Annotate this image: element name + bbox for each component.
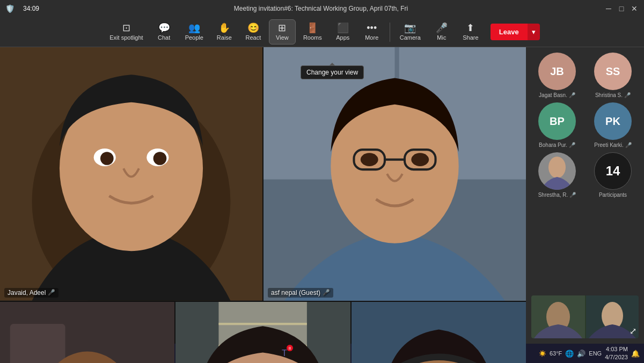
chat-icon: 💬: [158, 23, 170, 33]
view-icon: ⊞: [278, 23, 286, 33]
video-feed-abhishek: [175, 302, 350, 363]
notifications-icon[interactable]: 🔔: [631, 350, 640, 358]
video-cell-asf: asf nepal (Guest) 🎤: [264, 47, 526, 301]
teams-button[interactable]: T 8: [277, 346, 292, 361]
mic-icon-pk: 🎤: [625, 142, 632, 148]
react-icon: 😊: [247, 23, 259, 33]
avatar-bp: BP: [538, 102, 576, 140]
people-button[interactable]: 👥 People: [180, 20, 209, 44]
chat-button[interactable]: 💬 Chat: [151, 20, 178, 44]
people-icon: 👥: [188, 23, 200, 33]
view-button[interactable]: ⊞ View: [269, 19, 296, 45]
rooms-icon: 🚪: [306, 23, 318, 33]
svg-point-16: [411, 153, 429, 166]
raise-button[interactable]: ✋ Raise: [211, 20, 238, 44]
video-bottom-row: Santosh Ko... 🎤: [0, 302, 526, 363]
svg-rect-18: [10, 324, 65, 363]
teams-icon: T: [282, 349, 287, 358]
leave-button[interactable]: Leave: [491, 24, 528, 40]
participant-name-javaid: Javaid, Adeel 🎤: [4, 288, 58, 298]
apps-button[interactable]: ⬛ Apps: [330, 20, 356, 44]
svg-point-6: [153, 152, 167, 165]
video-feed-basnet: [352, 302, 526, 363]
svg-point-15: [361, 153, 378, 166]
window-title: Meeting invitation#6: Technical Working …: [38, 5, 604, 12]
view-tooltip: Change your view: [301, 65, 364, 79]
avatar-jb: JB: [538, 53, 576, 90]
mic-icon-jb: 🎤: [569, 92, 575, 98]
video-feed-asf: [264, 47, 526, 301]
video-cell-santosh: Santosh Ko... 🎤: [0, 302, 174, 363]
pip-icon: ⤢: [630, 326, 636, 336]
mic-status-javaid: 🎤: [48, 289, 55, 296]
date-display: 4/7/2023: [605, 353, 628, 361]
network-icon: 🌐: [565, 350, 574, 358]
participant-card-ss: SS Shristina S. 🎤: [587, 53, 639, 98]
rooms-button[interactable]: 🚪 Rooms: [298, 20, 327, 44]
svg-point-5: [100, 152, 114, 165]
video-feed-javaid: [0, 47, 262, 301]
clock-display: 4:03 PM 4/7/2023: [605, 345, 628, 362]
participant-name-pk: Preeti Karki. 🎤: [594, 142, 631, 148]
temperature-display: 63°F: [550, 350, 562, 357]
camera-icon: 📷: [404, 23, 416, 33]
mic-icon-ss: 🎤: [624, 92, 631, 98]
raise-icon: ✋: [218, 23, 230, 33]
share-button[interactable]: ⬆ Share: [457, 20, 484, 44]
react-button[interactable]: 😊 React: [240, 20, 267, 44]
weather-icon: ☀️: [539, 350, 546, 357]
participant-card-bp: BP Bohara Pur. 🎤: [531, 102, 583, 148]
pip-video: [531, 295, 639, 338]
avatar-count: 14: [594, 152, 632, 190]
more-icon: •••: [367, 23, 377, 33]
language-display: ENG: [589, 350, 602, 357]
share-icon: ⬆: [466, 23, 474, 33]
participant-card-jb: JB Jagat Basn. 🎤: [531, 53, 583, 98]
maximize-button[interactable]: □: [617, 4, 626, 13]
avatar-sr-svg: [538, 152, 576, 190]
exit-spotlight-button[interactable]: ⊡ Exit spotlight: [104, 20, 148, 44]
video-cell-basnet: Basnet, Prakash 🎤: [352, 302, 526, 363]
time-display: 4:03 PM: [605, 345, 628, 353]
participant-name-jb: Jagat Basn. 🎤: [539, 92, 575, 98]
pip-preview: ⤢: [531, 295, 639, 338]
mic-icon-sr: 🎤: [569, 192, 576, 198]
mic-button[interactable]: 🎤 Mic: [428, 20, 455, 44]
participant-name-sr: Shrestha, R. 🎤: [538, 192, 576, 198]
teams-badge: 8: [287, 345, 293, 351]
exit-spotlight-icon: ⊡: [122, 23, 130, 33]
mic-status-asf: 🎤: [323, 289, 330, 296]
participant-card-pk: PK Preeti Karki. 🎤: [587, 102, 639, 148]
taskbar-right: ☀️ 63°F 🌐 🔊 ENG 4:03 PM 4/7/2023 🔔: [539, 345, 640, 362]
timer-display: 34:09: [23, 5, 39, 12]
right-panel: JB Jagat Basn. 🎤 SS Shristina S. 🎤 BP Bo…: [526, 47, 644, 344]
video-top-row: Javaid, Adeel 🎤: [0, 47, 526, 301]
mic-icon-bp: 🎤: [569, 142, 575, 148]
leave-chevron-button[interactable]: ▾: [528, 24, 540, 40]
participant-count-label: Participants: [599, 192, 627, 198]
camera-button[interactable]: 📷 Camera: [394, 20, 426, 44]
video-grid: Javaid, Adeel 🎤: [0, 47, 526, 344]
avatar-pk: PK: [594, 102, 632, 140]
shield-icon: 🛡️: [5, 4, 14, 13]
participant-name-bp: Bohara Pur. 🎤: [539, 142, 575, 148]
avatar-sr: [538, 152, 576, 190]
video-cell-abhishek: Abhishek Shrestha 🎤: [175, 302, 350, 363]
more-button[interactable]: ••• More: [358, 20, 385, 44]
video-feed-santosh: [0, 302, 174, 363]
participant-card-sr: Shrestha, R. 🎤: [531, 152, 583, 198]
participant-name-ss: Shristina S. 🎤: [595, 92, 631, 98]
main-content: Javaid, Adeel 🎤: [0, 47, 644, 344]
participant-card-count: 14 Participants: [587, 152, 639, 198]
participants-grid: JB Jagat Basn. 🎤 SS Shristina S. 🎤 BP Bo…: [531, 53, 639, 198]
minimize-button[interactable]: ─: [604, 4, 613, 13]
svg-point-47: [548, 157, 566, 178]
toolbar: ⊡ Exit spotlight 💬 Chat 👥 People ✋ Raise…: [0, 17, 644, 47]
participant-name-asf: asf nepal (Guest) 🎤: [268, 288, 333, 298]
apps-icon: ⬛: [337, 23, 349, 33]
title-bar: 🛡️ 34:09 Meeting invitation#6: Technical…: [0, 0, 644, 17]
avatar-ss: SS: [594, 53, 632, 90]
volume-icon: 🔊: [577, 350, 586, 358]
close-button[interactable]: ✕: [630, 4, 639, 13]
video-cell-javaid: Javaid, Adeel 🎤: [0, 47, 262, 301]
